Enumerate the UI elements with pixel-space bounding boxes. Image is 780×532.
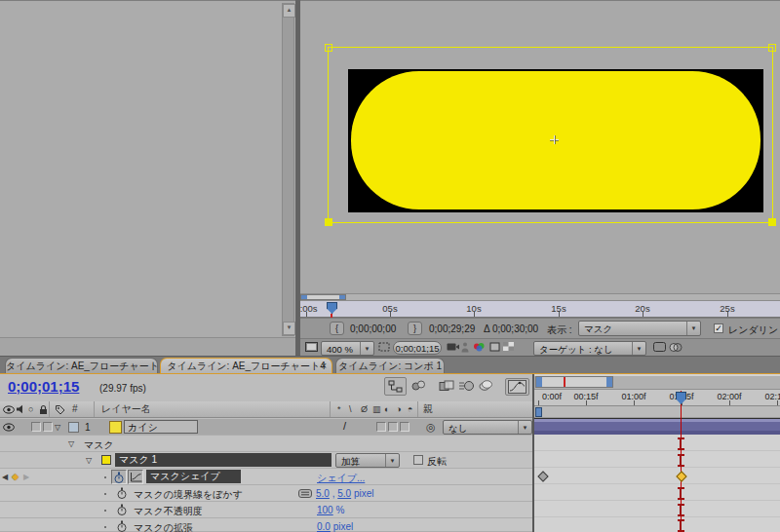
navigator-start-handle[interactable] [536,377,542,387]
parent-pick-whip-icon[interactable]: ◎ [426,421,436,434]
parent-dropdown[interactable]: なし ▼ [443,420,532,435]
show-channels-icon[interactable] [473,342,487,352]
mask-feather-row[interactable]: マスクの境界線をぼかす 5.0 , 5.0 pixel [0,485,532,502]
tab-timeline-comp1[interactable]: タイムライン: コンポ 1 [335,358,445,373]
layer-duration-bar[interactable] [534,418,780,435]
layer-twirl-icon[interactable]: ▽ [55,423,60,432]
region-of-interest-icon[interactable] [378,342,390,352]
navigator-end-handle[interactable] [339,295,345,299]
mask-feather-value[interactable]: 5.0 , 5.0 pixel [316,488,374,499]
stopwatch-button[interactable] [111,470,127,484]
timeline-navigator[interactable] [534,376,780,390]
column-separator [94,401,95,417]
navigator-end-handle[interactable] [606,377,612,387]
audio-toggle-cell[interactable] [31,422,41,432]
ruler-tick [777,400,778,405]
motion-blur-icon[interactable] [458,380,475,392]
set-out-point-button[interactable]: } [408,322,422,335]
keyframe-next-icon[interactable]: ▶ [23,473,29,481]
opacity-number[interactable]: 100 [317,505,333,515]
in-point-time[interactable]: 0;00;00;00 [350,323,396,334]
feather-y-value[interactable]: 5.0 [337,488,351,499]
target-dropdown[interactable]: ターゲット : なし ▼ [533,341,646,356]
scroll-down-button[interactable]: ▼ [283,322,295,335]
marker-strip[interactable] [534,406,780,418]
navigator-thumb[interactable] [300,294,346,300]
mask1-name-chip[interactable]: マスク 1 [115,453,332,467]
mask-opacity-row[interactable]: マスク不透明度 100 % [0,502,532,518]
expansion-number[interactable]: 0.0 [317,521,331,532]
mask1-row[interactable]: ▽ マスク 1 加算 ▼ 反転 [0,452,532,469]
mask-selection-bbox[interactable] [328,47,773,223]
mask-mode-dropdown[interactable]: 加算 ▼ [335,453,400,468]
snapshot-camera-icon[interactable] [447,342,459,352]
switch-cell[interactable] [388,422,398,432]
mask-shape-property-name[interactable]: マスクシェイプ [146,470,241,483]
render-checkbox[interactable]: ✓ [714,323,723,333]
show-snapshot-icon[interactable] [461,342,469,353]
stopwatch-icon[interactable] [116,487,128,500]
navigator-thumb[interactable] [535,376,613,388]
layer-label-color-swatch[interactable] [68,422,79,433]
mask-expansion-row[interactable]: マスクの拡張 0.0 pixel [0,518,532,532]
mask-color-swatch[interactable] [101,455,111,465]
navigator-start-handle[interactable] [301,295,307,299]
bbox-handle-bottom-right[interactable] [768,218,776,226]
dimension-link-icon[interactable] [298,489,312,498]
bbox-handle-top-right[interactable] [768,44,776,52]
vertical-scrollbar[interactable]: ▲ ▼ [282,3,294,336]
mask-visibility-icon[interactable] [653,342,666,352]
close-icon[interactable]: × [321,359,327,373]
viewer-time-navigator[interactable] [300,293,780,301]
mask-shape-row[interactable]: ◀ ◆ ▶ マスクシェイプ シェイプ... [0,469,532,485]
mask-opacity-value[interactable]: 100 % [317,505,344,515]
layer-name-field[interactable]: カイシ [124,420,198,434]
transparency-grid-icon[interactable] [503,342,514,351]
bbox-handle-bottom-left[interactable] [325,218,332,226]
chevron-down-icon: ▼ [632,342,645,355]
viewer-control-bar: 400 % ▼ 0;00;01;15 ターゲット : なし ▼ [300,338,780,356]
solo-icon: ○ [28,404,33,414]
mini-flowchart-button[interactable] [384,377,407,396]
magnification-dropdown[interactable]: 400 % ▼ [321,341,374,356]
tab-timeline-flowchart4[interactable]: タイムライン: AE_フローチャート4 × [160,358,332,373]
current-time-display[interactable]: 0;00;01;15 [8,378,79,395]
mask-shape-value-link[interactable]: シェイプ... [317,472,365,485]
shape-link-text[interactable]: シェイプ... [317,473,365,483]
mask-group-twirl-icon[interactable]: ▽ [68,439,74,448]
current-time-button[interactable]: 0;00;01;15 [393,341,442,355]
mask-expansion-value[interactable]: 0.0 pixel [317,521,353,532]
switch-cell[interactable] [400,422,410,432]
stopwatch-icon[interactable] [116,504,128,516]
view-options-icon[interactable] [305,342,318,352]
comp-marker-bin-icon[interactable] [535,407,542,417]
feather-x-value[interactable]: 5.0 [316,488,330,499]
scroll-up-button[interactable]: ▲ [283,4,295,18]
viewer-time-ruler[interactable]: 0:00s 05s 10s 15s 20s 25s [300,301,780,318]
shy-toggle-icon[interactable] [411,380,426,391]
mask-invert-checkbox[interactable] [413,455,423,465]
frames-ruler[interactable]: 0:00f 00:15f 01:00f 01:15f 02:00f 02:15f [534,390,780,406]
out-point-time[interactable]: 0;00;29;29 [429,323,475,334]
resolution-icon[interactable] [489,342,500,352]
graph-editor-button[interactable] [505,378,529,396]
stopwatch-icon[interactable] [116,520,128,532]
tab-timeline-flowchart3[interactable]: タイムライン: AE_フローチャート3 [5,358,158,373]
brainstorm-icon[interactable] [479,380,493,391]
lock-toggle-cell[interactable] [43,422,53,432]
keyframe-prev-icon[interactable]: ◀ [2,473,8,481]
graph-include-button[interactable] [128,470,143,484]
frame-blend-icon[interactable] [439,380,454,392]
mask1-twirl-icon[interactable]: ▽ [86,456,92,465]
quality-best-icon[interactable]: / [343,420,346,432]
switch-cell[interactable] [376,422,386,432]
set-in-point-button[interactable]: { [330,322,344,335]
bbox-handle-top-left[interactable] [325,44,332,52]
mask-group-row[interactable]: ▽ マスク [0,436,532,452]
layer-row[interactable]: ▽ 1 カイシ / ◎ なし ▼ [0,419,532,436]
layer-visibility-eye-icon[interactable] [3,423,15,432]
viewer-playhead[interactable] [327,302,337,314]
view-dropdown[interactable]: マスク ▼ [578,321,701,336]
keyframe-current-icon[interactable]: ◆ [12,472,19,481]
shape-overlap-icon[interactable] [669,342,682,353]
